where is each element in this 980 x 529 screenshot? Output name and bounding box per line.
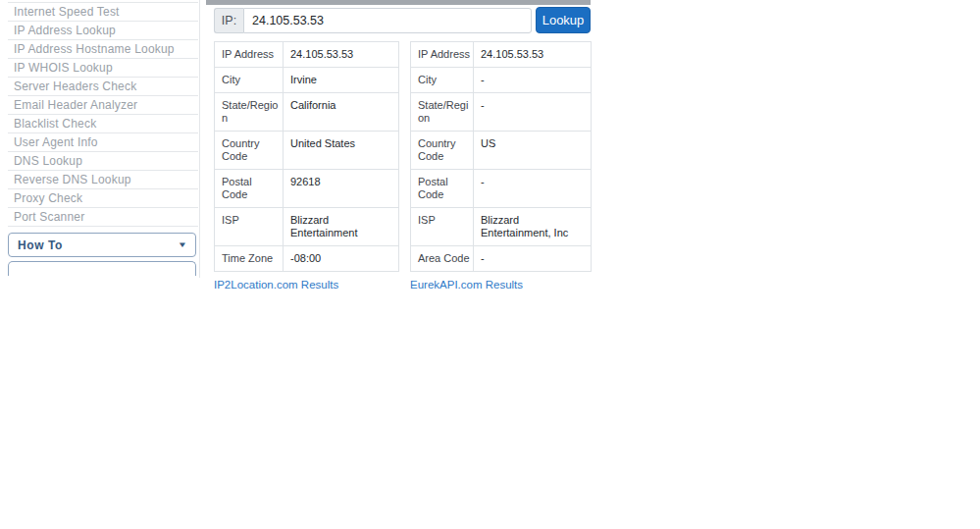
row-label: Postal Code — [215, 170, 284, 208]
row-label: ISP — [411, 208, 474, 246]
table-row: State/Region - — [411, 93, 592, 132]
row-value: United States — [284, 132, 399, 170]
collapsed-panel[interactable] — [8, 261, 196, 276]
row-label: IP Address — [411, 42, 474, 68]
ip2location-link[interactable]: IP2Location.com Results — [214, 279, 338, 291]
row-label: State/Region — [411, 93, 474, 132]
row-value: - — [474, 93, 592, 132]
eurekapi-table: IP Address 24.105.53.53 City - State/Reg… — [410, 41, 592, 272]
sidebar-item[interactable]: Port Scanner — [8, 208, 198, 227]
ip2location-table: IP Address 24.105.53.53 City Irvine Stat… — [214, 41, 399, 272]
row-label: State/Region — [215, 93, 284, 132]
row-value: -08:00 — [284, 246, 399, 272]
row-value: California — [284, 93, 399, 132]
sidebar-item[interactable]: IP Address Hostname Lookup — [8, 40, 198, 59]
sidebar-item[interactable]: DNS Lookup — [8, 152, 198, 171]
row-value: US — [474, 132, 592, 170]
sidebar-menu: Internet Speed TestIP Address LookupIP A… — [8, 2, 198, 227]
row-value: Irvine — [284, 68, 399, 93]
row-label: Time Zone — [215, 246, 284, 272]
eurekapi-link[interactable]: EurekAPI.com Results — [410, 279, 523, 291]
how-to-label: How To — [18, 238, 63, 252]
table-row: Postal Code 92618 — [215, 170, 399, 208]
sidebar-item[interactable]: Server Headers Check — [8, 78, 198, 96]
lookup-form: IP: Lookup — [214, 7, 591, 33]
row-label: Country Code — [411, 132, 474, 170]
sidebar-item[interactable]: Proxy Check — [8, 189, 198, 208]
sidebar-divider — [199, 0, 200, 278]
row-label: Area Code — [411, 246, 474, 272]
row-value: - — [474, 246, 592, 272]
row-label: ISP — [215, 208, 284, 246]
top-scrollbar[interactable] — [206, 0, 591, 5]
table-row: City Irvine — [215, 68, 399, 93]
ip-input[interactable] — [243, 8, 532, 33]
row-label: IP Address — [215, 42, 284, 68]
row-label: City — [411, 68, 474, 93]
how-to-dropdown[interactable]: How To ▼ — [8, 233, 196, 257]
sidebar-item[interactable]: IP WHOIS Lookup — [8, 59, 198, 78]
row-value: Blizzard Entertainment, Inc — [474, 208, 592, 246]
table-row: State/Region California — [215, 93, 399, 132]
table-row: Country Code US — [411, 132, 592, 170]
lookup-button[interactable]: Lookup — [536, 7, 591, 33]
sidebar-item[interactable]: Reverse DNS Lookup — [8, 171, 198, 189]
row-value: - — [474, 170, 592, 208]
table-row: Area Code - — [411, 246, 592, 272]
sidebar-item[interactable]: User Agent Info — [8, 133, 198, 152]
table-row: Postal Code - — [411, 170, 592, 208]
table-row: ISP Blizzard Entertainment — [215, 208, 399, 246]
table-row: Time Zone -08:00 — [215, 246, 399, 272]
eurekapi-results: IP Address 24.105.53.53 City - State/Reg… — [410, 41, 592, 292]
row-value: 24.105.53.53 — [284, 42, 399, 68]
row-value: Blizzard Entertainment — [284, 208, 399, 246]
sidebar-item[interactable]: Blacklist Check — [8, 115, 198, 133]
ip-label: IP: — [214, 8, 243, 33]
table-row: IP Address 24.105.53.53 — [411, 42, 592, 68]
sidebar-item[interactable]: Internet Speed Test — [8, 3, 198, 22]
table-row: City - — [411, 68, 592, 93]
row-label: City — [215, 68, 284, 93]
chevron-down-icon: ▼ — [178, 240, 187, 249]
row-value: 92618 — [284, 170, 399, 208]
sidebar-item[interactable]: Email Header Analyzer — [8, 96, 198, 115]
table-row: Country Code United States — [215, 132, 399, 170]
row-value: 24.105.53.53 — [474, 42, 592, 68]
row-label: Postal Code — [411, 170, 474, 208]
row-label: Country Code — [215, 132, 284, 170]
ip2location-results: IP Address 24.105.53.53 City Irvine Stat… — [214, 41, 399, 292]
table-row: IP Address 24.105.53.53 — [215, 42, 399, 68]
row-value: - — [474, 68, 592, 93]
sidebar-item[interactable]: IP Address Lookup — [8, 22, 198, 40]
table-row: ISP Blizzard Entertainment, Inc — [411, 208, 592, 246]
app-root: Internet Speed TestIP Address LookupIP A… — [0, 0, 980, 529]
sidebar: Internet Speed TestIP Address LookupIP A… — [0, 0, 199, 294]
